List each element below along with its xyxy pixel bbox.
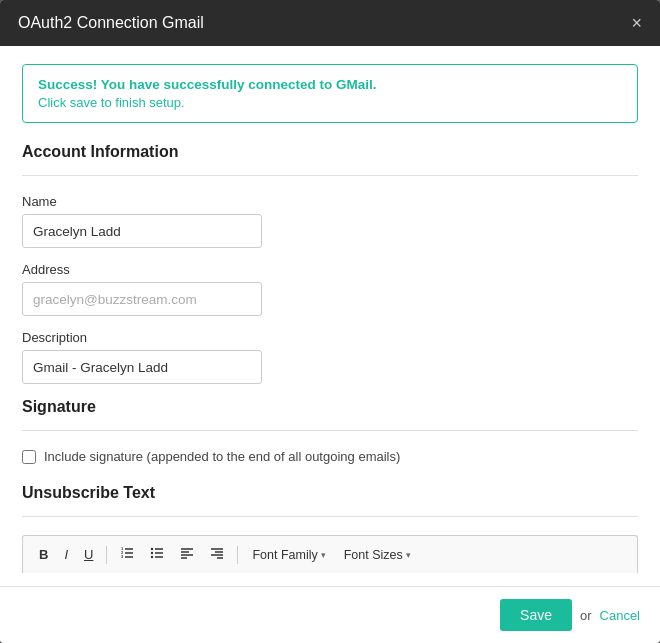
unsubscribe-divider [22,516,638,517]
unsubscribe-section: Unsubscribe Text B I U 1 2 3 [22,484,638,573]
address-input[interactable] [22,282,262,316]
account-section-title: Account Information [22,143,638,161]
unsubscribe-section-title: Unsubscribe Text [22,484,638,502]
font-sizes-label: Font Sizes [344,548,403,562]
underline-button[interactable]: U [78,544,99,565]
signature-divider [22,430,638,431]
modal-title: OAuth2 Connection Gmail [18,14,204,32]
address-form-group: Address [22,262,638,316]
save-button[interactable]: Save [500,599,572,631]
svg-point-9 [151,548,153,550]
address-label: Address [22,262,638,277]
font-family-dropdown[interactable]: Font Family ▾ [245,545,332,565]
font-family-arrow: ▾ [321,550,326,560]
footer-or-text: or [580,608,592,623]
toolbar-divider-1 [106,546,107,564]
modal-header: OAuth2 Connection Gmail × [0,0,660,46]
modal-footer: Save or Cancel [0,586,660,643]
modal-container: OAuth2 Connection Gmail × Success! You h… [0,0,660,643]
signature-section: Signature Include signature (appended to… [22,398,638,464]
signature-section-title: Signature [22,398,638,416]
name-label: Name [22,194,638,209]
font-sizes-arrow: ▾ [406,550,411,560]
description-input[interactable] [22,350,262,384]
unordered-list-button[interactable] [144,543,170,566]
svg-point-10 [151,552,153,554]
name-input[interactable] [22,214,262,248]
ordered-list-button[interactable]: 1 2 3 [114,543,140,566]
section-divider [22,175,638,176]
text-editor-toolbar: B I U 1 2 3 [22,535,638,573]
success-line2: Click save to finish setup. [38,95,622,110]
success-banner: Success! You have successfully connected… [22,64,638,123]
italic-button[interactable]: I [58,544,74,565]
signature-checkbox-label: Include signature (appended to the end o… [44,449,400,464]
signature-checkbox[interactable] [22,450,36,464]
bold-button[interactable]: B [33,544,54,565]
font-sizes-dropdown[interactable]: Font Sizes ▾ [337,545,418,565]
unordered-list-icon [150,546,164,560]
svg-point-11 [151,556,153,558]
svg-text:3: 3 [121,554,124,559]
close-button[interactable]: × [631,14,642,32]
align-right-icon [210,546,224,560]
cancel-button[interactable]: Cancel [600,608,640,623]
modal-body: Success! You have successfully connected… [0,46,660,586]
name-form-group: Name [22,194,638,248]
success-line1: Success! You have successfully connected… [38,77,622,92]
description-form-group: Description [22,330,638,384]
font-family-label: Font Family [252,548,317,562]
align-left-button[interactable] [174,543,200,566]
description-label: Description [22,330,638,345]
align-left-icon [180,546,194,560]
ordered-list-icon: 1 2 3 [120,546,134,560]
align-right-button[interactable] [204,543,230,566]
account-information-section: Account Information Name Address Descrip… [22,143,638,384]
toolbar-divider-2 [237,546,238,564]
signature-checkbox-row: Include signature (appended to the end o… [22,449,638,464]
